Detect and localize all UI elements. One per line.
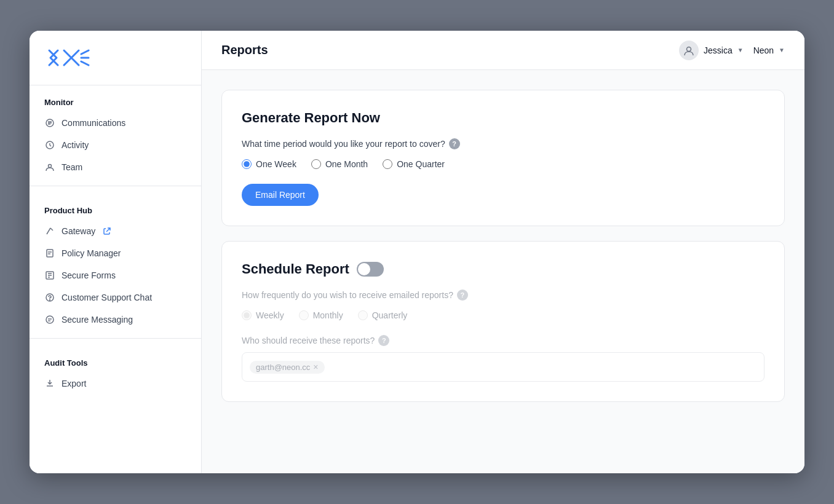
audit-tools-section: Audit Tools Export bbox=[30, 346, 201, 395]
logo-area bbox=[30, 31, 201, 85]
support-chat-icon bbox=[44, 292, 55, 303]
option-one-month-label: One Month bbox=[325, 159, 368, 169]
option-one-month[interactable]: One Month bbox=[311, 159, 368, 169]
recipient-tag: garth@neon.cc × bbox=[250, 361, 325, 374]
radio-weekly bbox=[242, 310, 252, 320]
forms-icon bbox=[44, 270, 55, 281]
sidebar-item-customer-support-chat[interactable]: Customer Support Chat bbox=[30, 286, 201, 309]
schedule-title-row: Schedule Report bbox=[242, 261, 764, 277]
svg-point-6 bbox=[50, 300, 50, 301]
user-name: Jessica bbox=[704, 45, 733, 55]
sidebar-item-secure-messaging[interactable]: Secure Messaging bbox=[30, 309, 201, 331]
option-quarterly-label: Quarterly bbox=[372, 310, 408, 320]
external-link-icon bbox=[103, 227, 111, 235]
avatar bbox=[679, 41, 699, 60]
sidebar: Monitor Communications Activity Team bbox=[30, 31, 202, 473]
who-receives-label-row: Who should receive these reports? ? bbox=[242, 335, 764, 346]
page-title: Reports bbox=[221, 43, 268, 57]
policy-icon bbox=[44, 248, 55, 259]
option-one-quarter[interactable]: One Quarter bbox=[383, 159, 445, 169]
sidebar-item-gateway[interactable]: Gateway bbox=[30, 220, 201, 242]
sidebar-item-secure-forms[interactable]: Secure Forms bbox=[30, 264, 201, 286]
customer-support-chat-label: Customer Support Chat bbox=[62, 293, 152, 302]
sidebar-item-policy-manager[interactable]: Policy Manager bbox=[30, 242, 201, 264]
user-dropdown-arrow: ▼ bbox=[737, 47, 744, 53]
time-period-question: What time period would you like your rep… bbox=[242, 139, 445, 149]
sidebar-item-export[interactable]: Export bbox=[30, 372, 201, 395]
monitor-section: Monitor Communications Activity Team bbox=[30, 85, 201, 178]
radio-quarterly bbox=[358, 310, 368, 320]
radio-one-month[interactable] bbox=[311, 159, 321, 169]
product-hub-section: Product Hub Gateway Policy Manager Secur… bbox=[30, 194, 201, 331]
workspace-menu[interactable]: Neon ▼ bbox=[753, 45, 785, 55]
avatar-icon bbox=[683, 45, 694, 56]
generate-report-card: Generate Report Now What time period wou… bbox=[221, 90, 785, 226]
svg-point-2 bbox=[49, 165, 52, 168]
workspace-name: Neon bbox=[753, 45, 774, 55]
radio-monthly bbox=[299, 310, 309, 320]
frequency-help-icon: ? bbox=[457, 289, 468, 301]
schedule-report-card: Schedule Report How frequently do you wi… bbox=[221, 241, 785, 402]
frequency-radio-group: Weekly Monthly Quarterly bbox=[242, 310, 764, 320]
who-receives-help-icon: ? bbox=[378, 335, 389, 346]
product-hub-label: Product Hub bbox=[30, 206, 201, 220]
schedule-toggle[interactable] bbox=[357, 262, 384, 277]
radio-one-quarter[interactable] bbox=[383, 159, 392, 169]
who-receives-section: Who should receive these reports? ? gart… bbox=[242, 335, 764, 382]
secure-messaging-icon bbox=[44, 314, 55, 325]
option-weekly: Weekly bbox=[242, 310, 284, 320]
workspace-dropdown-arrow: ▼ bbox=[779, 47, 785, 53]
export-icon bbox=[44, 378, 55, 389]
email-report-button[interactable]: Email Report bbox=[242, 184, 319, 206]
communications-label: Communications bbox=[62, 118, 125, 128]
chat-icon bbox=[44, 117, 55, 128]
schedule-report-title: Schedule Report bbox=[242, 261, 349, 277]
gateway-label: Gateway bbox=[62, 226, 95, 236]
sidebar-item-team[interactable]: Team bbox=[30, 156, 201, 178]
team-label: Team bbox=[62, 162, 82, 172]
generate-report-title: Generate Report Now bbox=[242, 110, 764, 126]
activity-icon bbox=[44, 140, 55, 151]
option-one-quarter-label: One Quarter bbox=[397, 159, 445, 169]
main-area: Reports Jessica ▼ Neon ▼ bbox=[202, 31, 804, 473]
team-icon bbox=[44, 162, 55, 173]
who-receives-label: Who should receive these reports? bbox=[242, 336, 375, 345]
monitor-label: Monitor bbox=[30, 98, 201, 112]
policy-manager-label: Policy Manager bbox=[62, 248, 121, 258]
recipient-email: garth@neon.cc bbox=[256, 363, 310, 372]
radio-one-week[interactable] bbox=[242, 159, 252, 169]
svg-rect-3 bbox=[47, 250, 53, 257]
remove-recipient-button: × bbox=[313, 363, 318, 371]
option-one-week[interactable]: One Week bbox=[242, 159, 296, 169]
frequency-question-row: How frequently do you wish to receive em… bbox=[242, 289, 764, 301]
content-area: Generate Report Now What time period wou… bbox=[202, 70, 804, 473]
sidebar-item-activity[interactable]: Activity bbox=[30, 134, 201, 156]
app-logo bbox=[44, 45, 93, 70]
svg-point-7 bbox=[46, 316, 54, 323]
option-one-week-label: One Week bbox=[256, 159, 296, 169]
header: Reports Jessica ▼ Neon ▼ bbox=[202, 31, 804, 70]
toggle-knob bbox=[358, 263, 370, 275]
header-right: Jessica ▼ Neon ▼ bbox=[679, 41, 785, 60]
svg-point-8 bbox=[687, 47, 691, 51]
audit-tools-label: Audit Tools bbox=[30, 358, 201, 372]
option-quarterly: Quarterly bbox=[358, 310, 408, 320]
option-monthly: Monthly bbox=[299, 310, 343, 320]
activity-label: Activity bbox=[62, 140, 89, 150]
export-label: Export bbox=[62, 379, 86, 388]
option-monthly-label: Monthly bbox=[313, 310, 343, 320]
frequency-question: How frequently do you wish to receive em… bbox=[242, 290, 453, 300]
schedule-disabled-section: How frequently do you wish to receive em… bbox=[242, 289, 764, 382]
secure-messaging-label: Secure Messaging bbox=[62, 315, 133, 325]
secure-forms-label: Secure Forms bbox=[62, 270, 116, 280]
time-period-question-row: What time period would you like your rep… bbox=[242, 138, 764, 149]
gateway-icon bbox=[44, 226, 55, 237]
time-period-radio-group: One Week One Month One Quarter bbox=[242, 159, 764, 169]
user-menu[interactable]: Jessica ▼ bbox=[679, 41, 744, 60]
sidebar-item-communications[interactable]: Communications bbox=[30, 112, 201, 134]
option-weekly-label: Weekly bbox=[256, 310, 284, 320]
time-period-help-icon[interactable]: ? bbox=[449, 138, 460, 149]
recipients-box: garth@neon.cc × bbox=[242, 352, 764, 382]
